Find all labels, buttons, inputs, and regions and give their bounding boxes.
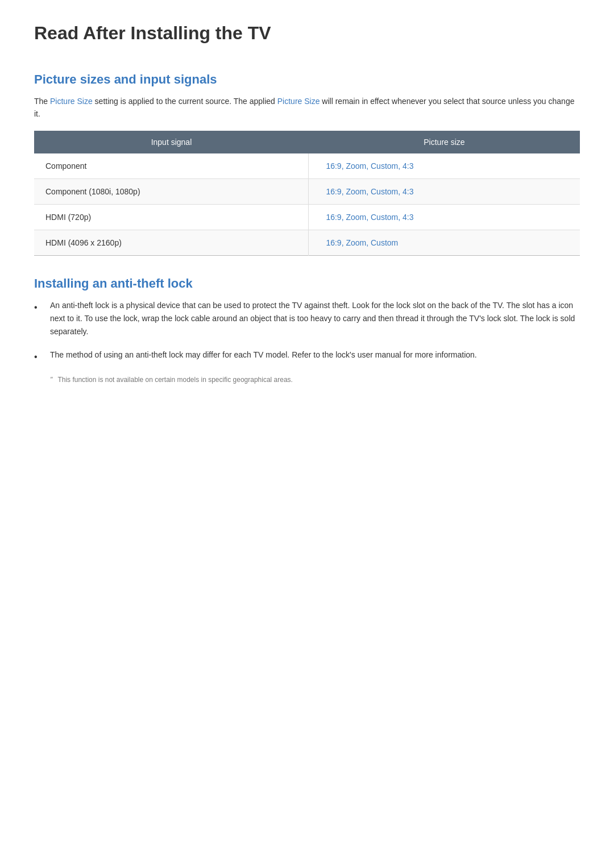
size-cell: 16:9, Zoom, Custom, 4:3	[309, 153, 580, 179]
signal-cell: Component	[34, 153, 309, 179]
col-header-signal: Input signal	[34, 131, 309, 153]
note-text: This function is not available on certai…	[57, 376, 293, 384]
list-item-text: An anti-theft lock is a physical device …	[50, 299, 580, 338]
signal-cell: HDMI (4096 x 2160p)	[34, 230, 309, 255]
size-cell: 16:9, Zoom, Custom	[309, 230, 580, 255]
table-row: HDMI (4096 x 2160p) 16:9, Zoom, Custom	[34, 230, 580, 255]
picture-size-link-2[interactable]: Picture Size	[277, 97, 320, 106]
signal-cell: Component (1080i, 1080p)	[34, 178, 309, 204]
note-prefix: "	[50, 376, 52, 384]
page-title: Read After Installing the TV	[34, 23, 580, 49]
size-cell: 16:9, Zoom, Custom, 4:3	[309, 178, 580, 204]
table-header: Input signal Picture size	[34, 131, 580, 153]
size-cell: 16:9, Zoom, Custom, 4:3	[309, 204, 580, 230]
anti-theft-section: Installing an anti-theft lock • An anti-…	[34, 276, 580, 385]
bullet-icon: •	[34, 350, 44, 364]
list-item: • An anti-theft lock is a physical devic…	[34, 299, 580, 338]
bullet-icon: •	[34, 300, 44, 315]
signal-cell: HDMI (720p)	[34, 204, 309, 230]
table-row: HDMI (720p) 16:9, Zoom, Custom, 4:3	[34, 204, 580, 230]
list-item: • The method of using an anti-theft lock…	[34, 348, 580, 364]
table-row: Component (1080i, 1080p) 16:9, Zoom, Cus…	[34, 178, 580, 204]
col-header-size: Picture size	[309, 131, 580, 153]
picture-size-link-1[interactable]: Picture Size	[50, 97, 93, 106]
note-paragraph: " This function is not available on cert…	[34, 375, 580, 385]
list-item-text: The method of using an anti-theft lock m…	[50, 348, 477, 362]
picture-size-table: Input signal Picture size Component 16:9…	[34, 131, 580, 256]
anti-theft-list: • An anti-theft lock is a physical devic…	[34, 299, 580, 365]
picture-sizes-title: Picture sizes and input signals	[34, 72, 580, 87]
table-body: Component 16:9, Zoom, Custom, 4:3 Compon…	[34, 153, 580, 256]
intro-paragraph: The Picture Size setting is applied to t…	[34, 95, 580, 121]
anti-theft-title: Installing an anti-theft lock	[34, 276, 580, 291]
table-row: Component 16:9, Zoom, Custom, 4:3	[34, 153, 580, 179]
picture-sizes-section: Picture sizes and input signals The Pict…	[34, 72, 580, 256]
